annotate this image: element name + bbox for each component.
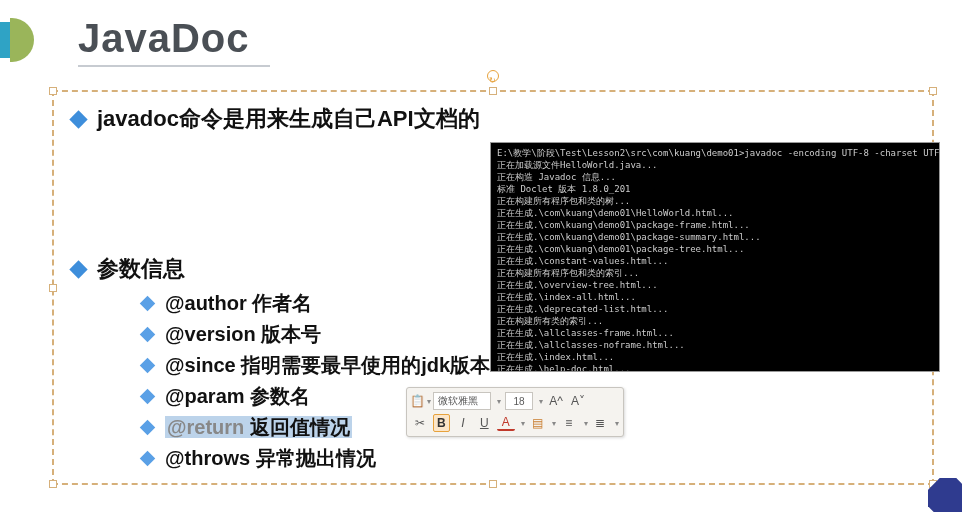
diamond-bullet-icon — [140, 389, 156, 405]
resize-handle-tr[interactable] — [929, 87, 937, 95]
bold-button[interactable]: B — [433, 414, 451, 432]
bullet-main-text: javadoc命令是用来生成自己API文档的 — [97, 104, 480, 134]
bullet-main: javadoc命令是用来生成自己API文档的 — [72, 104, 922, 134]
font-grow-button[interactable]: A^ — [547, 392, 565, 410]
chevron-down-icon[interactable]: ▾ — [497, 397, 501, 406]
chevron-down-icon[interactable]: ▾ — [539, 397, 543, 406]
bullets-button[interactable]: ≣ — [592, 414, 610, 432]
chevron-down-icon[interactable]: ▾ — [521, 419, 525, 428]
slide-logo — [0, 18, 40, 62]
param-text: @since 指明需要最早使用的jdk版本 — [165, 352, 490, 379]
font-name-select[interactable]: 微软雅黑 — [433, 392, 491, 410]
chevron-down-icon[interactable]: ▾ — [552, 419, 556, 428]
diamond-bullet-icon — [69, 110, 87, 128]
resize-handle-bl[interactable] — [49, 480, 57, 488]
param-text: @throws 异常抛出情况 — [165, 445, 376, 472]
font-size-select[interactable]: 18 — [505, 392, 533, 410]
diamond-bullet-icon — [140, 358, 156, 374]
resize-handle-tl[interactable] — [49, 87, 57, 95]
chevron-down-icon[interactable]: ▾ — [584, 419, 588, 428]
font-color-button[interactable]: A — [497, 415, 515, 431]
underline-button[interactable]: U — [476, 414, 494, 432]
slide-title: JavaDoc — [78, 16, 270, 67]
highlight-button[interactable]: ▤ — [529, 414, 547, 432]
align-button[interactable]: ≡ — [560, 414, 578, 432]
resize-handle-mb[interactable] — [489, 480, 497, 488]
italic-button[interactable]: I — [454, 414, 472, 432]
rotate-handle-icon[interactable] — [487, 70, 499, 82]
mini-format-toolbar[interactable]: 📋▾ 微软雅黑 ▾ 18 ▾ A^ A˅ ✂ B I U A ▾ ▤ ▾ ≡ ▾… — [406, 387, 624, 437]
cut-icon[interactable]: ✂ — [411, 414, 429, 432]
paste-icon[interactable]: 📋▾ — [411, 392, 429, 410]
diamond-bullet-icon — [140, 451, 156, 467]
resize-handle-mt[interactable] — [489, 87, 497, 95]
param-text: @version 版本号 — [165, 321, 321, 348]
diamond-bullet-icon — [140, 327, 156, 343]
diamond-bullet-icon — [140, 420, 156, 436]
chevron-down-icon[interactable]: ▾ — [615, 419, 619, 428]
section-title-text: 参数信息 — [97, 254, 185, 284]
param-text: @return 返回值情况 — [165, 414, 352, 441]
textbox-selection[interactable]: javadoc命令是用来生成自己API文档的 参数信息 @author 作者名@… — [52, 90, 934, 485]
param-item: @throws 异常抛出情况 — [142, 445, 922, 472]
param-text: @author 作者名 — [165, 290, 312, 317]
diamond-bullet-icon — [69, 260, 87, 278]
diamond-bullet-icon — [140, 296, 156, 312]
corner-decoration — [928, 478, 962, 512]
terminal-output: E:\教学\阶段\Test\Lesson2\src\com\kuang\demo… — [490, 142, 940, 372]
font-shrink-button[interactable]: A˅ — [569, 392, 587, 410]
resize-handle-ml[interactable] — [49, 284, 57, 292]
param-text: @param 参数名 — [165, 383, 310, 410]
